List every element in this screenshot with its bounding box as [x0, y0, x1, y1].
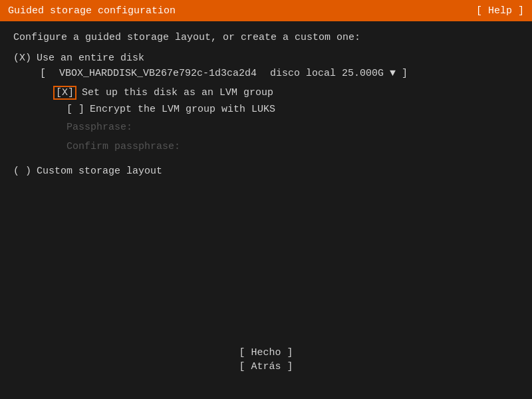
use-entire-disk-option[interactable]: (X) Use an entire disk [13, 53, 519, 64]
passphrase-label: Passphrase: [66, 122, 132, 133]
passphrase-row: Passphrase: [66, 122, 519, 133]
lvm-group-option[interactable]: [X] Set up this disk as an LVM group [53, 86, 519, 100]
custom-storage-option[interactable]: ( ) Custom storage layout [13, 166, 519, 177]
lvm-group-label: Set up this disk as an LVM group [82, 87, 273, 98]
intro-line: Configure a guided storage layout, or cr… [13, 32, 519, 43]
encrypt-lvm-checkbox[interactable]: [ ] [66, 104, 84, 115]
encrypt-lvm-label: Encrypt the LVM group with LUKS [90, 104, 275, 115]
help-button[interactable]: [ Help ] [476, 5, 524, 17]
use-entire-disk-label: Use an entire disk [37, 53, 144, 64]
confirm-passphrase-label: Confirm passphrase: [66, 141, 180, 152]
custom-storage-label: Custom storage layout [37, 166, 162, 177]
disk-bracket-open: [ [40, 68, 46, 79]
title-bar-title: Guided storage configuration [8, 5, 176, 17]
disk-selector-row[interactable]: [ VBOX_HARDDISK_VB267e792c-1d3ca2d4 disc… [40, 68, 519, 79]
disk-name: VBOX_HARDDISK_VB267e792c-1d3ca2d4 [59, 68, 257, 79]
custom-storage-radio: ( ) [13, 166, 31, 177]
bottom-buttons: [ Hecho ] [ Atrás ] [239, 347, 293, 372]
disk-info: disco local 25.000G ▼ ] [270, 68, 408, 79]
content-area: Configure a guided storage layout, or cr… [0, 21, 532, 188]
lvm-group-checkbox[interactable]: [X] [53, 86, 76, 100]
use-entire-disk-radio: (X) [13, 53, 31, 64]
confirm-passphrase-row: Confirm passphrase: [66, 141, 519, 152]
title-bar: Guided storage configuration [ Help ] [0, 0, 532, 21]
encrypt-lvm-option[interactable]: [ ] Encrypt the LVM group with LUKS [66, 104, 519, 115]
done-button[interactable]: [ Hecho ] [239, 347, 293, 358]
back-button[interactable]: [ Atrás ] [239, 361, 293, 372]
